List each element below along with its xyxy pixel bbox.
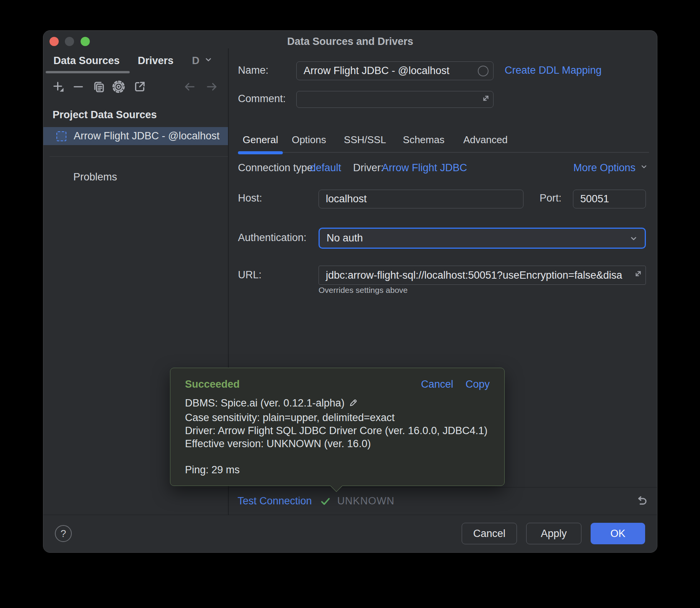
url-label: URL: xyxy=(238,269,262,281)
apply-button[interactable]: Apply xyxy=(526,523,581,544)
popup-line-dbms: DBMS: Spice.ai (ver. 0.12.1-alpha) xyxy=(185,397,490,411)
pencil-edit-icon[interactable] xyxy=(348,398,358,411)
tab-general[interactable]: General xyxy=(238,134,283,146)
back-arrow-icon[interactable] xyxy=(182,79,197,94)
tab-data-sources-label: Data Sources xyxy=(53,55,120,67)
cancel-button[interactable]: Cancel xyxy=(462,523,517,544)
data-source-icon xyxy=(56,131,66,141)
expand-icon[interactable] xyxy=(633,269,643,281)
dialog-window: Data Sources and Drivers Data Sources Dr… xyxy=(43,30,657,553)
undo-icon[interactable] xyxy=(635,495,648,508)
chevron-down-icon xyxy=(629,233,639,246)
comment-input[interactable] xyxy=(296,91,494,108)
host-input[interactable]: localhost xyxy=(319,190,523,208)
popup-line-version: Effective version: UNKNOWN (ver. 16.0) xyxy=(185,437,490,450)
help-button[interactable]: ? xyxy=(55,525,72,542)
host-value: localhost xyxy=(326,193,367,205)
url-hint: Overrides settings above xyxy=(319,286,408,295)
name-label: Name: xyxy=(238,64,269,76)
remove-icon[interactable] xyxy=(71,79,86,94)
popup-line-driver: Driver: Arrow Flight SQL JDBC Driver Cor… xyxy=(185,424,490,437)
sidebar-toolbar xyxy=(43,73,228,104)
expand-icon[interactable] xyxy=(481,93,491,106)
driver-label: Driver: xyxy=(353,162,384,174)
url-input[interactable]: jdbc:arrow-flight-sql://localhost:50051?… xyxy=(319,266,646,285)
more-options-label: More Options xyxy=(573,162,636,174)
duplicate-icon[interactable] xyxy=(91,79,106,94)
tab-options[interactable]: Options xyxy=(286,134,332,146)
popup-header: Succeeded Cancel Copy xyxy=(185,378,490,390)
titlebar: Data Sources and Drivers xyxy=(43,31,657,48)
popup-body: DBMS: Spice.ai (ver. 0.12.1-alpha) Case … xyxy=(185,397,490,476)
tab-advanced[interactable]: Advanced xyxy=(458,134,513,146)
ok-button[interactable]: OK xyxy=(591,523,645,544)
add-icon[interactable] xyxy=(51,79,66,94)
sidebar-divider xyxy=(50,156,228,157)
tab-ddl-truncated[interactable]: D xyxy=(183,48,222,73)
export-icon[interactable] xyxy=(132,79,147,94)
url-value: jdbc:arrow-flight-sql://localhost:50051?… xyxy=(326,269,622,281)
create-ddl-mapping-link[interactable]: Create DDL Mapping xyxy=(505,64,602,76)
port-value: 50051 xyxy=(580,193,609,205)
active-settings-tab-indicator xyxy=(238,151,283,154)
driver-value-link[interactable]: Arrow Flight JDBC xyxy=(382,162,467,174)
checkmark-icon xyxy=(320,496,331,507)
tab-ddl-label: D xyxy=(192,55,200,67)
test-connection-row: Test Connection UNKNOWN xyxy=(228,487,657,515)
settings-tab-strip: General Options SSH/SSL Schemas Advanced xyxy=(238,127,649,153)
problems-section[interactable]: Problems xyxy=(73,171,117,183)
popup-line-case: Case sensitivity: plain=upper, delimited… xyxy=(185,411,490,424)
test-connection-popup: Succeeded Cancel Copy DBMS: Spice.ai (ve… xyxy=(170,368,505,486)
port-label: Port: xyxy=(515,192,561,204)
host-label: Host: xyxy=(238,192,262,204)
bottom-bar: ? Cancel Apply OK xyxy=(43,515,657,552)
connection-type-row: Connection type: default Driver: Arrow F… xyxy=(238,162,649,174)
name-value: Arrow Flight JDBC - @localhost xyxy=(304,65,449,77)
popup-line-ping: Ping: 29 ms xyxy=(185,463,490,476)
tree-item-arrow-flight[interactable]: Arrow Flight JDBC - @localhost xyxy=(43,127,228,145)
connection-type-value-link[interactable]: default xyxy=(310,162,341,174)
port-input[interactable]: 50051 xyxy=(573,190,646,208)
tab-data-sources[interactable]: Data Sources xyxy=(43,48,130,73)
more-options-link[interactable]: More Options xyxy=(573,162,649,174)
tab-drivers[interactable]: Drivers xyxy=(130,48,182,73)
name-input[interactable]: Arrow Flight JDBC - @localhost xyxy=(296,61,494,80)
connection-type-label: Connection type: xyxy=(238,162,316,174)
comment-label: Comment: xyxy=(238,93,286,105)
authentication-select[interactable]: No auth xyxy=(319,228,646,249)
tab-schemas[interactable]: Schemas xyxy=(398,134,449,146)
popup-copy-link[interactable]: Copy xyxy=(466,378,490,390)
project-data-sources-header: Project Data Sources xyxy=(53,109,157,121)
chevron-down-icon xyxy=(639,162,649,174)
tab-drivers-label: Drivers xyxy=(138,55,173,67)
popup-cancel-link[interactable]: Cancel xyxy=(421,378,453,390)
window-title: Data Sources and Drivers xyxy=(43,36,657,48)
forward-arrow-icon[interactable] xyxy=(204,79,220,94)
dbms-text: DBMS: Spice.ai (ver. 0.12.1-alpha) xyxy=(185,397,345,409)
connection-status-text: UNKNOWN xyxy=(337,495,395,507)
settings-gear-icon[interactable] xyxy=(111,79,126,94)
tab-ssh-ssl[interactable]: SSH/SSL xyxy=(338,134,392,146)
popup-gap xyxy=(185,450,490,463)
status-succeeded: Succeeded xyxy=(185,378,240,390)
authentication-value: No auth xyxy=(327,232,363,244)
authentication-label: Authentication: xyxy=(238,232,307,244)
chevron-down-icon xyxy=(203,55,213,67)
test-connection-link[interactable]: Test Connection xyxy=(238,495,312,507)
sidebar-tab-strip: Data Sources Drivers D xyxy=(43,48,228,73)
tree-item-label: Arrow Flight JDBC - @localhost xyxy=(74,130,220,142)
refresh-circle-icon xyxy=(478,66,489,76)
